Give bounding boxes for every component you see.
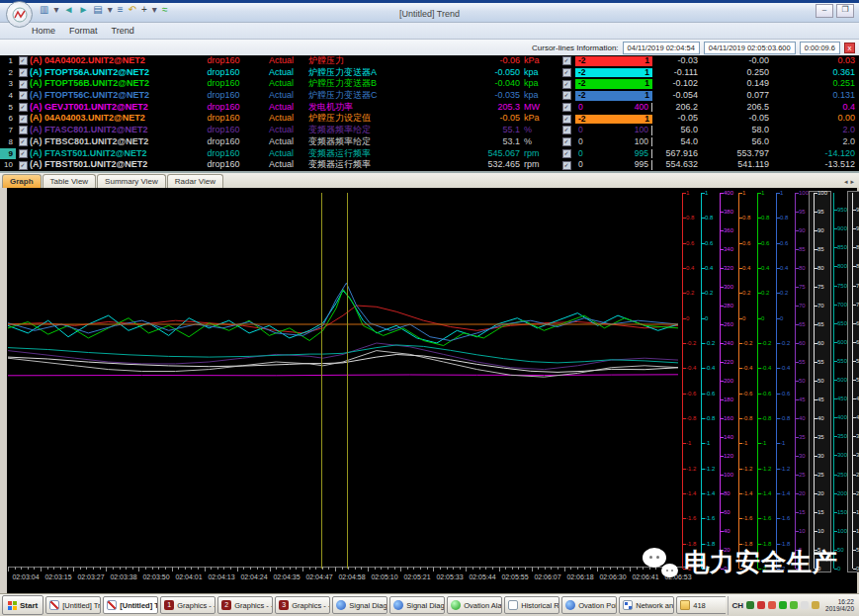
table-row[interactable]: 4✓(A) FTOPT56C.UNIT2@NET2drop160Actual炉膛…: [0, 90, 859, 102]
row-checkbox[interactable]: ✓: [19, 56, 28, 65]
export-icon[interactable]: ▤: [93, 4, 102, 16]
start-button[interactable]: Start: [2, 595, 43, 615]
dropdown-caret-icon[interactable]: ▾: [53, 4, 58, 16]
close-cursor-info-button[interactable]: x: [844, 43, 855, 53]
scale-checkbox[interactable]: ✓: [562, 149, 571, 158]
dropdown-caret-icon[interactable]: ▾: [108, 4, 113, 16]
axis-tick-label: 1: [705, 190, 708, 196]
maximize-button[interactable]: ❐: [836, 4, 854, 18]
row-checkbox[interactable]: ✓: [19, 91, 28, 100]
scale-checkbox[interactable]: ✓: [562, 137, 571, 146]
back-arrow-icon[interactable]: ◄: [63, 4, 73, 16]
table-row[interactable]: 2✓(A) FTOPT56A.UNIT2@NET2drop160Actual炉膛…: [0, 67, 859, 79]
security-tray-icon[interactable]: [812, 601, 819, 609]
ribbon-tab-trend[interactable]: Trend: [112, 26, 134, 36]
taskbar-button[interactable]: 3Graphics - -...: [275, 596, 330, 614]
trend-line: [8, 291, 678, 343]
axis-tick-label: 240: [724, 340, 733, 346]
plot-area[interactable]: [8, 193, 678, 569]
row-checkbox[interactable]: ✓: [19, 115, 28, 124]
taskbar-button[interactable]: [Untitled] T...: [103, 596, 158, 614]
minimize-button[interactable]: –: [816, 4, 833, 18]
axis-tick-label: 0.6: [761, 240, 769, 246]
description: 炉膛压力变送器C: [308, 90, 447, 102]
scale-checkbox[interactable]: ✓: [562, 56, 571, 65]
taskbar-button[interactable]: 1Graphics - -...: [160, 596, 215, 614]
agent-tray-icon[interactable]: [790, 601, 798, 609]
trend-line: [8, 306, 678, 333]
trend-graph[interactable]: 10.80.60.40.20-0.2-0.4-0.6-0.8-1-1.2-1.4…: [0, 188, 859, 593]
x-tick: [283, 567, 284, 570]
tab-table-view[interactable]: Table View: [43, 174, 97, 188]
scale-checkbox[interactable]: ✓: [562, 91, 571, 100]
taskbar-button[interactable]: Ovation Poin...: [561, 596, 617, 614]
row-checkbox[interactable]: ✓: [19, 126, 28, 134]
tag-name: (A) FTASC801.UNIT2@NET2: [30, 125, 193, 136]
scale-checkbox[interactable]: ✓: [562, 68, 571, 77]
scale-checkbox[interactable]: ✓: [562, 115, 571, 124]
scale-checkbox[interactable]: ✓: [562, 161, 571, 170]
update-tray-icon[interactable]: [768, 601, 776, 609]
language-indicator[interactable]: CH: [732, 601, 744, 610]
status-tray-icon[interactable]: [779, 601, 787, 609]
row-checkbox[interactable]: ✓: [19, 80, 28, 89]
table-row[interactable]: 9✓(A) FTAST501.UNIT2@NET2drop160Actual变频…: [0, 148, 859, 160]
row-checkbox[interactable]: ✓: [19, 137, 28, 146]
taskbar-button[interactable]: Ovation Alar...: [447, 596, 502, 614]
row-checkbox[interactable]: ✓: [19, 68, 28, 77]
wechat-icon: [643, 548, 678, 577]
row-checkbox[interactable]: ✓: [19, 149, 28, 158]
list-icon[interactable]: ≡: [118, 4, 124, 16]
dropdown-caret-icon[interactable]: ▾: [152, 4, 157, 16]
clock[interactable]: 16:22 2019/4/20: [822, 598, 857, 612]
scale-checkbox[interactable]: ✓: [562, 80, 571, 89]
table-row[interactable]: 10✓(A) FTBST501.UNIT2@NET2drop160Actual变…: [0, 159, 859, 171]
flag-tray-icon[interactable]: [801, 601, 809, 609]
table-row[interactable]: 5✓(A) GEVJT001.UNIT2@NET2drop160Actual发电…: [0, 102, 859, 114]
axis-tick-label: 0: [705, 315, 708, 321]
table-row[interactable]: 1✓(A) 04A04002.UNIT2@NET2drop160Actual炉膛…: [0, 55, 859, 67]
row-checkbox[interactable]: ✓: [19, 161, 28, 170]
taskbar-button[interactable]: 2Graphics - -...: [217, 596, 273, 614]
ribbon-tab-home[interactable]: Home: [32, 26, 55, 36]
ribbon-tab-format[interactable]: Format: [69, 26, 98, 36]
tab-summary-view[interactable]: Summary View: [97, 174, 166, 188]
tab-graph[interactable]: Graph: [2, 174, 42, 188]
table-row[interactable]: 3✓(A) FTOPT56B.UNIT2@NET2drop160Actual炉膛…: [0, 78, 859, 90]
add-pen-icon[interactable]: +: [141, 4, 147, 16]
x-tick: [466, 567, 467, 572]
x-tick: [499, 567, 500, 572]
forward-arrow-icon[interactable]: ►: [78, 4, 88, 16]
drop-name: drop160: [193, 102, 254, 114]
tab-scroll-left-icon[interactable]: ◂: [844, 178, 848, 186]
taskbar-button[interactable]: [Untitled] Tr...: [45, 596, 101, 614]
app-menu-button[interactable]: [6, 1, 33, 28]
undo-icon[interactable]: ↶: [129, 4, 136, 16]
x-tick: [158, 567, 159, 570]
current-value: -0.035: [447, 90, 524, 102]
taskbar-button[interactable]: Historical Re...: [504, 596, 559, 614]
table-row[interactable]: 6✓(A) 04A04003.UNIT2@NET2drop160Actual炉膛…: [0, 113, 859, 125]
folder-icon: [680, 600, 690, 610]
taskbar-button[interactable]: Signal Diagra...: [389, 596, 445, 614]
axis-tick-label: -0.8: [780, 415, 790, 421]
cursor-line[interactable]: [347, 193, 348, 569]
axis-tick-label: 95: [799, 209, 806, 215]
taskbar-button[interactable]: Signal Diagra...: [332, 596, 387, 614]
tab-radar-view[interactable]: Radar View: [167, 174, 223, 188]
taskbar-button[interactable]: 418: [676, 596, 725, 614]
network-tray-icon[interactable]: [746, 601, 754, 609]
taskbar-button[interactable]: Network and...: [619, 596, 674, 614]
scale-checkbox[interactable]: ✓: [562, 126, 571, 134]
live-trend-icon[interactable]: ≈: [162, 4, 168, 16]
table-row[interactable]: 8✓(A) FTBSC801.UNIT2@NET2drop160Actual变频…: [0, 136, 859, 148]
axis-tick-label: 220: [724, 359, 733, 365]
cursor-line[interactable]: [321, 193, 322, 569]
tab-scroll-right-icon[interactable]: ▸: [850, 178, 854, 186]
scale-checkbox[interactable]: ✓: [562, 103, 571, 112]
alarm-tray-icon[interactable]: [757, 601, 765, 609]
table-row[interactable]: 7✓(A) FTASC801.UNIT2@NET2drop160Actual变频…: [0, 125, 859, 136]
axis-tick-label: 750: [837, 283, 847, 289]
trend-chart-icon[interactable]: ▥: [40, 4, 48, 16]
row-checkbox[interactable]: ✓: [19, 103, 28, 112]
